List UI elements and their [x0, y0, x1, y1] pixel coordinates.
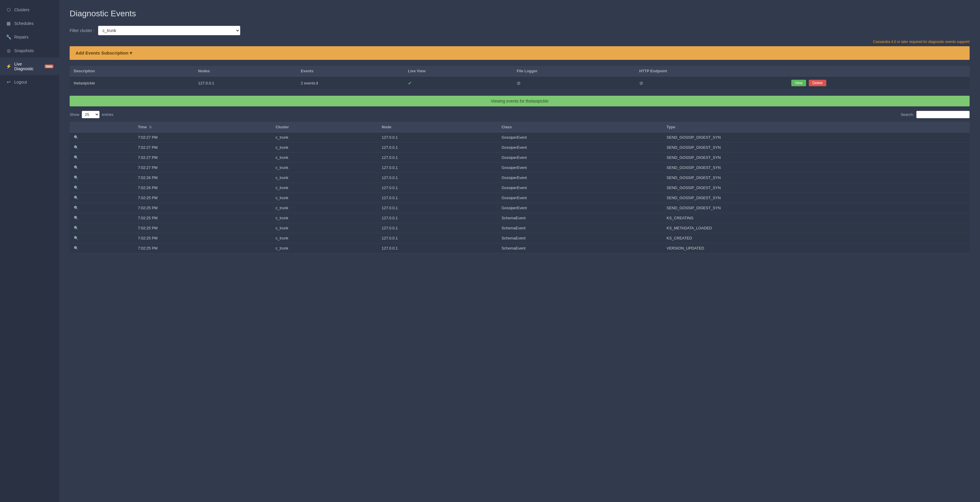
event-class: GossiperEvent	[497, 193, 662, 203]
event-row: 🔍 7:02:25 PM c_trunk 127.0.0.1 SchemaEve…	[70, 243, 970, 253]
event-class: GossiperEvent	[497, 143, 662, 153]
beta-badge: beta	[45, 65, 53, 68]
search-cell[interactable]: 🔍	[70, 163, 134, 173]
sidebar-item-live-diagnostic-label: Live Diagnostic	[14, 62, 41, 71]
event-node: 127.0.0.1	[377, 183, 497, 193]
sidebar-item-logout[interactable]: ↩ Logout	[0, 75, 59, 89]
col-actions	[787, 66, 970, 76]
event-cluster: c_trunk	[271, 233, 377, 243]
clusters-icon: ⬡	[6, 7, 11, 13]
event-type: SEND_GOSSIP_DIGEST_SYN	[662, 173, 970, 183]
events-table: Time ⇅ Cluster Node Class Type 🔍 7:02:27…	[70, 122, 970, 253]
sidebar-item-live-diagnostic[interactable]: ⚡ Live Diagnostic beta	[0, 57, 59, 75]
entries-row: Show 25 50 100 entries Search:	[70, 111, 970, 118]
sidebar: ⬡ Clusters ▦ Schedules 🔧 Repairs ◎ Snaps…	[0, 0, 59, 502]
col-nodes: Nodes	[194, 66, 297, 76]
snapshots-icon: ◎	[6, 48, 11, 53]
search-cell[interactable]: 🔍	[70, 143, 134, 153]
search-input[interactable]	[916, 111, 970, 118]
sidebar-item-clusters[interactable]: ⬡ Clusters	[0, 3, 59, 17]
col-time[interactable]: Time ⇅	[134, 122, 271, 132]
col-node: Node	[377, 122, 497, 132]
event-class: GossiperEvent	[497, 153, 662, 163]
sidebar-item-repairs-label: Repairs	[14, 35, 29, 40]
event-node: 127.0.0.1	[377, 173, 497, 183]
live-diagnostic-icon: ⚡	[6, 64, 11, 69]
event-row: 🔍 7:02:25 PM c_trunk 127.0.0.1 SchemaEve…	[70, 233, 970, 243]
event-time: 7:02:26 PM	[134, 173, 271, 183]
event-type: SEND_GOSSIP_DIGEST_SYN	[662, 203, 970, 213]
event-time: 7:02:27 PM	[134, 153, 271, 163]
event-node: 127.0.0.1	[377, 213, 497, 223]
event-type: KS_METADATA_LOADED	[662, 223, 970, 233]
event-type: SEND_GOSSIP_DIGEST_SYN	[662, 183, 970, 193]
search-cell[interactable]: 🔍	[70, 233, 134, 243]
event-node: 127.0.0.1	[377, 193, 497, 203]
view-subscription-button[interactable]: View	[791, 80, 806, 86]
col-type: Type	[662, 122, 970, 132]
col-search-icon	[70, 122, 134, 132]
repairs-icon: 🔧	[6, 34, 11, 40]
search-cell[interactable]: 🔍	[70, 243, 134, 253]
event-cluster: c_trunk	[271, 223, 377, 233]
event-cluster: c_trunk	[271, 163, 377, 173]
sidebar-item-snapshots[interactable]: ◎ Snapshots	[0, 44, 59, 57]
event-row: 🔍 7:02:27 PM c_trunk 127.0.0.1 GossiperE…	[70, 153, 970, 163]
col-cluster: Cluster	[271, 122, 377, 132]
event-class: GossiperEvent	[497, 132, 662, 143]
events-table-container: Time ⇅ Cluster Node Class Type 🔍 7:02:27…	[70, 122, 970, 253]
sidebar-item-repairs[interactable]: 🔧 Repairs	[0, 30, 59, 44]
event-type: SEND_GOSSIP_DIGEST_SYN	[662, 163, 970, 173]
event-class: SchemaEvent	[497, 213, 662, 223]
event-class: GossiperEvent	[497, 203, 662, 213]
subscription-live-view: ✔	[404, 76, 512, 90]
cluster-filter-select[interactable]: c_trunk	[98, 26, 240, 35]
search-cell[interactable]: 🔍	[70, 203, 134, 213]
event-time: 7:02:27 PM	[134, 132, 271, 143]
entries-per-page-select[interactable]: 25 50 100	[82, 111, 100, 118]
search-cell[interactable]: 🔍	[70, 183, 134, 193]
event-time: 7:02:27 PM	[134, 143, 271, 153]
subscription-nodes: 127.0.0.1	[194, 76, 297, 90]
event-cluster: c_trunk	[271, 153, 377, 163]
search-row: Search:	[900, 111, 970, 118]
event-row: 🔍 7:02:25 PM c_trunk 127.0.0.1 SchemaEve…	[70, 213, 970, 223]
event-time: 7:02:25 PM	[134, 203, 271, 213]
event-type: SEND_GOSSIP_DIGEST_SYN	[662, 143, 970, 153]
add-events-label: Add Events Subscription ▾	[76, 50, 132, 56]
delete-subscription-button[interactable]: Delete	[809, 80, 826, 86]
event-class: GossiperEvent	[497, 183, 662, 193]
search-cell[interactable]: 🔍	[70, 153, 134, 163]
search-cell[interactable]: 🔍	[70, 132, 134, 143]
event-row: 🔍 7:02:25 PM c_trunk 127.0.0.1 SchemaEve…	[70, 223, 970, 233]
event-node: 127.0.0.1	[377, 163, 497, 173]
subscriptions-table-container: Description Nodes Events Live View File …	[70, 66, 970, 90]
event-time: 7:02:25 PM	[134, 193, 271, 203]
subscriptions-table: Description Nodes Events Live View File …	[70, 66, 970, 90]
event-row: 🔍 7:02:26 PM c_trunk 127.0.0.1 GossiperE…	[70, 183, 970, 193]
entries-left: Show 25 50 100 entries	[70, 111, 113, 118]
event-class: GossiperEvent	[497, 173, 662, 183]
event-time: 7:02:26 PM	[134, 183, 271, 193]
col-live-view: Live View	[404, 66, 512, 76]
event-node: 127.0.0.1	[377, 203, 497, 213]
search-cell[interactable]: 🔍	[70, 193, 134, 203]
event-row: 🔍 7:02:25 PM c_trunk 127.0.0.1 GossiperE…	[70, 203, 970, 213]
add-events-subscription-bar[interactable]: Add Events Subscription ▾	[70, 46, 970, 60]
event-type: SEND_GOSSIP_DIGEST_SYN	[662, 153, 970, 163]
event-time: 7:02:25 PM	[134, 213, 271, 223]
col-description: Description	[70, 66, 194, 76]
show-label: Show	[70, 112, 80, 117]
event-node: 127.0.0.1	[377, 233, 497, 243]
event-node: 127.0.0.1	[377, 243, 497, 253]
schedules-icon: ▦	[6, 21, 11, 26]
search-cell[interactable]: 🔍	[70, 173, 134, 183]
logout-icon: ↩	[6, 80, 11, 85]
search-cell[interactable]: 🔍	[70, 223, 134, 233]
event-cluster: c_trunk	[271, 173, 377, 183]
search-cell[interactable]: 🔍	[70, 213, 134, 223]
subscription-row: thelastpickle 127.0.0.1 2 events ℹ ✔ ⊘ ⊘…	[70, 76, 970, 90]
event-cluster: c_trunk	[271, 213, 377, 223]
cassandra-warning: Cassandra 4.0 or later required for diag…	[70, 40, 970, 44]
sidebar-item-schedules[interactable]: ▦ Schedules	[0, 17, 59, 30]
